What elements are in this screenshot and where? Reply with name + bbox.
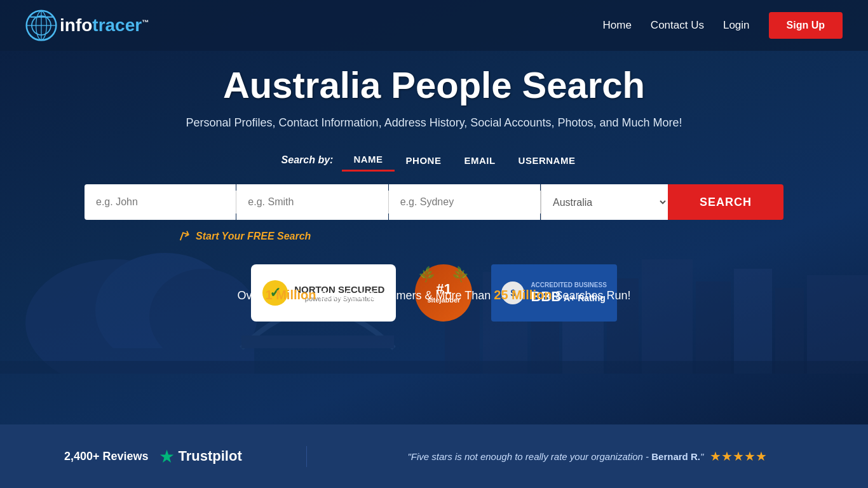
- review-author: Bernard R.: [651, 451, 700, 462]
- search-tabs: Search by: NAME PHONE EMAIL USERNAME: [0, 149, 868, 172]
- free-search-hint: ↰ Start Your FREE Search: [0, 227, 868, 245]
- hero-section: Australia People Search Personal Profile…: [0, 0, 868, 424]
- header: infotracer™ Home Contact Us Login Sign U…: [0, 0, 868, 51]
- signup-button[interactable]: Sign Up: [769, 12, 843, 39]
- nav-contact-us[interactable]: Contact Us: [651, 19, 704, 32]
- review-bar: 2,400+ Reviews ★ Trustpilot "Five stars …: [0, 424, 868, 488]
- search-by-label: Search by:: [281, 154, 334, 166]
- tab-phone[interactable]: PHONE: [395, 150, 453, 171]
- tab-name[interactable]: NAME: [342, 149, 394, 172]
- city-input[interactable]: [389, 184, 540, 220]
- country-select[interactable]: Australia: [541, 184, 668, 220]
- logo-tracer-text: tracer: [92, 15, 142, 35]
- tab-username[interactable]: USERNAME: [507, 150, 587, 171]
- nav: Home Contact Us Login Sign Up: [603, 12, 843, 39]
- trustpilot-logo: ★ Trustpilot: [159, 446, 242, 467]
- search-form: Australia SEARCH: [59, 184, 809, 220]
- free-search-text: Start Your FREE Search: [196, 231, 311, 242]
- logo[interactable]: infotracer™: [25, 10, 149, 41]
- hero-title: Australia People Search: [0, 64, 868, 106]
- search-button[interactable]: SEARCH: [668, 184, 783, 220]
- last-name-input[interactable]: [236, 184, 388, 220]
- stats-bar: Over 1 Million Satisfied Customers & Mor…: [0, 288, 868, 302]
- first-name-input[interactable]: [85, 184, 236, 220]
- tab-email[interactable]: EMAIL: [452, 150, 506, 171]
- bbb-accredited-label: ACCREDITED BUSINESS: [531, 281, 606, 288]
- review-left: 2,400+ Reviews ★ Trustpilot: [0, 446, 307, 467]
- nav-home[interactable]: Home: [603, 19, 632, 32]
- trustpilot-star-icon: ★: [159, 446, 175, 467]
- trustpilot-label: Trustpilot: [179, 448, 242, 464]
- arrow-icon: ↰: [175, 226, 193, 247]
- review-count: 2,400+ Reviews: [64, 450, 149, 463]
- review-right: "Five stars is not enough to really rate…: [307, 449, 868, 464]
- nav-login[interactable]: Login: [723, 19, 750, 32]
- logo-info-text: info: [60, 15, 92, 35]
- svg-rect-21: [0, 361, 868, 374]
- svg-rect-10: [241, 336, 394, 348]
- hero-subtitle: Personal Profiles, Contact Information, …: [0, 116, 868, 130]
- review-quote: "Five stars is not enough to really rate…: [407, 451, 703, 462]
- review-stars: ★★★★★: [710, 449, 767, 464]
